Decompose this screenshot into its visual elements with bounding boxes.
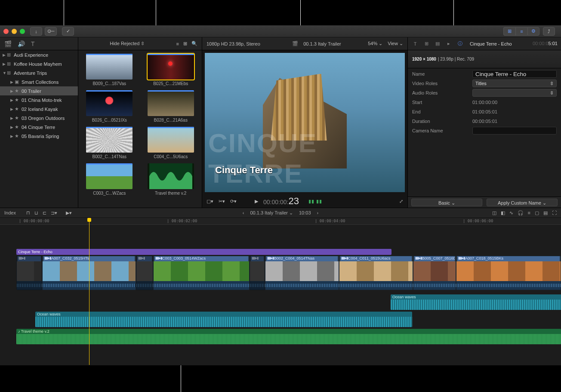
viewer-canvas[interactable]: CINQUE TERRE Cinque Terre [205,53,405,192]
prop-name-label: Name [412,71,472,77]
video-clip[interactable]: B005_C007_0516D1... [413,256,456,290]
browser-clip[interactable]: B028_C...21A6as [143,90,199,122]
sidebar-item-adventure[interactable]: ▼⊞Adventure Trips [0,68,78,77]
video-clip[interactable] [136,256,153,290]
play-button[interactable]: ▶ [255,199,258,204]
titlebar: ↓ ⊙─ ✓ ⊞ ≡ ⚙ ⤴ [0,25,561,37]
connect-icon[interactable]: ⊓ [26,210,30,216]
title-foreground-text: Cinque Terre [215,165,273,176]
skimming-icon[interactable]: ◫ [492,210,496,216]
insert-icon[interactable]: ⊔ [34,210,38,216]
view-menu[interactable]: View ⌄ [388,41,403,46]
browser-clip[interactable]: Travel theme v.2 [143,163,199,196]
browser-clip[interactable]: C003_C...WZacs [82,163,137,196]
prop-name-input[interactable] [472,70,557,78]
tool-select-icon[interactable]: ▶▾ [66,210,72,216]
timeline[interactable]: | 00:00:00:00| 00:00:02:00| 00:00:04:00|… [0,218,561,365]
generator-inspector-tab[interactable]: ▤ [434,41,441,46]
sidebar-item-koffee[interactable]: ▶⊞Koffee House Mayhem [0,59,78,68]
music-clip[interactable]: ♪ Travel theme v.2 [16,329,561,344]
window-controls [3,29,25,34]
text-inspector-tab[interactable]: T [411,41,419,46]
sidebar-item-01-china[interactable]: ▶★01 China Moto-trek [0,95,78,104]
viewer-project-label: 00.1.3 Italy Trailer [303,41,341,46]
prop-video-roles-label: Video Roles [412,81,472,86]
audio-clip-ocean-2[interactable]: Ocean waves [35,312,412,327]
audio-skimming-icon[interactable]: ∿ [509,210,513,216]
clip-appearance-icon[interactable]: ≡ [176,41,179,46]
video-clip[interactable]: C003_C003_0514WZacs [153,256,250,290]
browser-clip[interactable]: B002_C...14TNas [82,127,137,159]
share-button[interactable]: ⤴ [543,27,555,36]
sidebar-item-04-cinque[interactable]: ▶★04 Cinque Terre [0,122,78,132]
search-icon[interactable]: 🔍 [191,41,197,46]
transition-inspector-tab[interactable]: ▸ [445,41,453,46]
import-button[interactable]: ↓ [30,27,42,36]
viewer-timecode[interactable]: 00:00:00:23 [263,196,299,207]
titles-tab-icon[interactable]: T [31,40,35,47]
browser-clip[interactable]: B009_C...187Vas [82,54,137,86]
browser-panel-toggle[interactable]: ⊞ [503,27,515,36]
sidebar-item-02-iceland[interactable]: ▶★02 Iceland Kayak [0,104,78,113]
grid-list-toggle-icon[interactable]: ⊞ [183,41,187,46]
audio-clip-ocean-1[interactable]: Ocean waves [391,294,561,310]
overwrite-icon[interactable]: ⊐▾ [51,210,57,216]
append-icon[interactable]: ⊏ [43,210,46,216]
timeline-panel-toggle[interactable]: ≡ [515,27,527,36]
retime-menu-icon[interactable]: ✂▾ [219,199,225,204]
clips-tab-icon[interactable]: 🎬 [4,40,12,47]
prop-camera-input[interactable] [472,127,557,135]
clip-appearance-icon[interactable]: ≡ [528,210,530,216]
metadata-view-menu[interactable]: Basic ⌄ [411,199,482,206]
video-clip[interactable]: C004_C011_0515U6acs [339,256,413,290]
filter-menu[interactable]: Hide Rejected ⇳ [110,41,145,46]
keyword-editor-button[interactable]: ⊙─ [45,27,57,36]
timeline-history-next-icon[interactable]: › [317,210,319,215]
browser-clip[interactable]: B026_C...0521IXs [82,90,137,122]
video-clip[interactable] [250,256,265,290]
browser-header: Hide Rejected ⇳ ≡ ⊞ 🔍 [78,37,202,50]
video-clip[interactable]: A007_C032_0515HTs [42,256,136,290]
zoom-button[interactable] [20,29,25,34]
sidebar-item-audi[interactable]: ▶⊞Audi Experience [0,50,78,59]
timeline-index-icon[interactable]: ▤ [543,210,548,216]
timeline-ruler[interactable]: | 00:00:00:00| 00:00:02:00| 00:00:04:00|… [0,218,561,225]
app-window: ↓ ⊙─ ✓ ⊞ ≡ ⚙ ⤴ 🎬 🔊 T ▶⊞Audi Experience ▶… [0,25,561,365]
info-inspector-tab[interactable]: ⓘ [456,40,464,47]
zoom-level[interactable]: 54% ⌄ [368,41,382,46]
inspector-properties: Name Video RolesTitles⇳ Audio Roles⇳ Sta… [408,68,561,196]
prop-end-label: End [412,109,472,114]
title-clip[interactable]: Cinque Terre - Echo [16,249,391,255]
viewer-header: 1080p HD 23.98p, Stereo 🎬 00.1.3 Italy T… [202,37,407,50]
prop-video-roles-select[interactable]: Titles⇳ [472,80,557,87]
video-clip[interactable] [16,256,42,290]
sidebar-item-smart-collections[interactable]: ▶▣Smart Collections [0,77,78,86]
sound-tab-icon[interactable]: 🔊 [18,40,25,47]
sidebar-item-03-oregon[interactable]: ▶★03 Oregon Outdoors [0,113,78,122]
video-clip[interactable]: B002_C004_0514TNas [265,256,339,290]
timeline-index-button[interactable]: Index [4,210,16,215]
effects-browser-icon[interactable]: ▢ [535,210,539,216]
browser-clip[interactable]: C004_C...5U6acs [143,127,199,159]
video-inspector-tab[interactable]: ⊞ [422,41,430,46]
snapping-icon[interactable]: ◧ [501,210,505,216]
enhance-menu-icon[interactable]: ⟳▾ [230,199,237,204]
sidebar-item-05-bavaria[interactable]: ▶★05 Bavaria Spring [0,132,78,141]
apply-custom-name-menu[interactable]: Apply Custom Name ⌄ [487,199,558,206]
solo-icon[interactable]: 🎧 [518,210,524,216]
background-tasks-button[interactable]: ✓ [62,27,74,36]
video-clip[interactable]: A007_C018_0515BKs [456,256,561,290]
browser-clip[interactable]: B025_C...21MEbs [143,54,199,86]
transform-menu-icon[interactable]: ▢▾ [207,199,213,204]
browser-grid: B009_C...187VasB025_C...21MEbsB026_C...0… [78,50,202,208]
fullscreen-icon[interactable]: ⤢ [399,199,403,204]
prop-audio-roles-select[interactable]: ⇳ [472,89,557,97]
sidebar-item-00-trailer[interactable]: ▶★00 Trailer [0,86,78,95]
inspector-panel-toggle[interactable]: ⚙ [527,27,539,36]
timeline-fullscreen-icon[interactable]: ⛶ [552,210,557,216]
timeline-history-prev-icon[interactable]: ‹ [243,210,244,215]
timeline-project-name[interactable]: 00.1.3 Italy Trailer ⌄ [250,210,293,216]
timeline-duration: 10:03 [299,210,311,215]
minimize-button[interactable] [12,29,17,34]
close-button[interactable] [3,29,9,34]
